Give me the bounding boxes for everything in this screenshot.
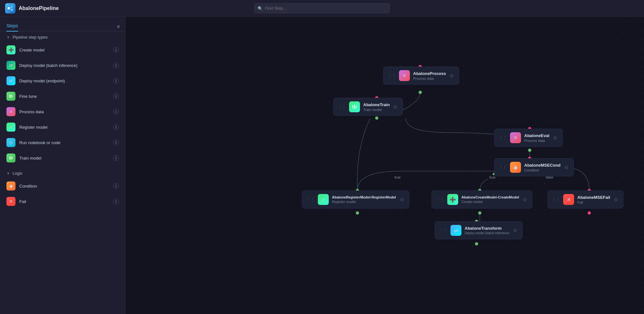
fine-tune-info[interactable]: ℹ — [113, 93, 119, 99]
drag-handle-eval: ⋮⋮ — [499, 135, 507, 140]
train-model-label: Train model — [19, 156, 113, 161]
node-menu-create[interactable]: ⊙ — [522, 196, 527, 203]
svg-point-22 — [478, 211, 481, 215]
step-item-fine-tune[interactable]: Fine tune ℹ — [0, 88, 125, 104]
section-logic-title[interactable]: ▼ Logic — [0, 168, 125, 178]
train-model-info[interactable]: ℹ — [113, 155, 119, 161]
sidebar: Steps × ▼ Pipeline step types ➕ Create m… — [0, 17, 126, 314]
node-menu-process[interactable]: ⊙ — [449, 72, 454, 79]
node-type-fail: Fail — [577, 200, 610, 204]
node-name-create: AbaloneCreateModel-CreateModel — [461, 195, 519, 199]
node-abalone-eval[interactable]: ⋮⋮ ≡ AbaloneEval Process data ⊙ — [494, 129, 563, 147]
pipeline-canvas[interactable]: true true false ⋮⋮ ≡ AbaloneProcess Proc… — [126, 17, 644, 314]
node-type-condition: Condition — [524, 168, 561, 172]
run-notebook-label: Run notebook or code — [19, 140, 113, 145]
create-model-info[interactable]: ℹ — [113, 47, 119, 53]
node-name-condition: AbaloneMSECond — [524, 163, 561, 168]
step-item-deploy-endpoint[interactable]: ⇄ Deploy model (endpoint) ℹ — [0, 73, 125, 88]
fail-label: Fail — [19, 199, 113, 204]
tab-steps[interactable]: Steps — [6, 22, 18, 32]
create-model-label: Create model — [19, 48, 113, 52]
drag-handle-condition: ⋮⋮ — [499, 165, 507, 170]
register-model-label: Register model — [19, 125, 113, 130]
node-abalone-register[interactable]: ⋮⋮ ✓ AbaloneRegisterModel-RegisterModel … — [302, 190, 409, 208]
register-node-icon: ✓ — [318, 194, 329, 205]
section-pipeline-title[interactable]: ▼ Pipeline step types — [0, 32, 125, 42]
condition-label: Condition — [19, 184, 113, 189]
eval-node-icon: ≡ — [510, 132, 521, 143]
node-abalone-msecond[interactable]: ⋮⋮ ◆ AbaloneMSECond Condition ⊙ — [494, 158, 574, 176]
search-input[interactable] — [254, 3, 390, 13]
node-abalone-create[interactable]: ⋮⋮ ➕ AbaloneCreateModel-CreateModel Crea… — [431, 190, 532, 208]
node-type-create: Create model — [461, 200, 519, 204]
step-item-run-notebook[interactable]: ◎ Run notebook or code ℹ — [0, 135, 125, 150]
node-name-fail: AbaloneMSEFail — [577, 195, 610, 200]
condition-node-icon: ◆ — [510, 162, 521, 173]
step-item-train-model[interactable]: Train model ℹ — [0, 150, 125, 166]
condition-icon: ◆ — [6, 181, 15, 190]
main-layout: Steps × ▼ Pipeline step types ➕ Create m… — [0, 17, 644, 314]
app-logo-icon — [5, 3, 15, 14]
run-notebook-info[interactable]: ℹ — [113, 140, 119, 145]
drag-handle-fail: ⋮⋮ — [552, 197, 560, 202]
drag-handle-register: ⋮⋮ — [307, 197, 315, 202]
step-item-deploy-batch[interactable]: ⇄ Deploy model (batch inference) ℹ — [0, 58, 125, 73]
chevron-down-icon: ▼ — [6, 35, 10, 39]
process-data-label: Process data — [19, 109, 113, 114]
node-menu-register[interactable]: ⊙ — [399, 196, 404, 203]
node-menu-eval[interactable]: ⊙ — [553, 134, 558, 141]
section-logic: ▼ Logic ◆ Condition ℹ ✕ Fail ℹ — [0, 168, 125, 209]
section-logic-label: Logic — [13, 171, 23, 176]
step-item-create-model[interactable]: ➕ Create model ℹ — [0, 42, 125, 58]
header: AbalonePipeline 🔍 — [0, 0, 644, 17]
fine-tune-icon — [6, 92, 15, 101]
node-abalone-train[interactable]: ⋮⋮ AbaloneTrain Train model ⊙ — [333, 98, 403, 116]
logo-area: AbalonePipeline — [5, 3, 59, 14]
svg-point-20 — [356, 211, 359, 215]
deploy-batch-info[interactable]: ℹ — [113, 62, 119, 68]
drag-handle-transform: ⋮⋮ — [440, 228, 447, 233]
create-node-icon: ➕ — [447, 194, 458, 205]
node-info-process: AbaloneProcess Process data — [413, 71, 446, 80]
node-name-process: AbaloneProcess — [413, 71, 446, 76]
register-model-info[interactable]: ℹ — [113, 124, 119, 130]
deploy-endpoint-icon: ⇄ — [6, 76, 15, 85]
svg-point-10 — [419, 91, 422, 94]
step-item-register-model[interactable]: ✓ Register model ℹ — [0, 119, 125, 135]
fail-info[interactable]: ℹ — [113, 199, 119, 204]
node-info-fail: AbaloneMSEFail Fail — [577, 195, 610, 204]
node-menu-fail[interactable]: ⊙ — [613, 196, 619, 203]
node-abalone-msefail[interactable]: ⋮⋮ ✕ AbaloneMSEFail Fail ⊙ — [547, 190, 623, 208]
condition-info[interactable]: ℹ — [113, 183, 119, 189]
create-model-icon: ➕ — [6, 45, 15, 54]
node-menu-transform[interactable]: ⊙ — [513, 227, 518, 234]
register-model-icon: ✓ — [6, 123, 15, 132]
run-notebook-icon: ◎ — [6, 138, 15, 147]
svg-point-12 — [375, 116, 378, 120]
svg-point-14 — [528, 149, 531, 152]
svg-point-24 — [588, 211, 591, 215]
search-bar: 🔍 — [254, 3, 390, 13]
step-item-fail[interactable]: ✕ Fail ℹ — [0, 194, 125, 209]
node-abalone-transform[interactable]: ⋮⋮ ⇄ AbaloneTransform Deploy model (batc… — [435, 221, 523, 239]
node-type-register: Register model — [332, 200, 396, 204]
deploy-endpoint-info[interactable]: ℹ — [113, 78, 119, 84]
drag-handle-process: ⋮⋮ — [388, 73, 396, 78]
node-menu-train[interactable]: ⊙ — [393, 104, 398, 110]
transform-node-icon: ⇄ — [450, 225, 461, 236]
fail-node-icon: ✕ — [563, 194, 574, 205]
node-type-transform: Deploy model (batch inference) — [465, 231, 509, 235]
step-item-condition[interactable]: ◆ Condition ℹ — [0, 178, 125, 194]
close-button[interactable]: × — [117, 24, 120, 30]
deploy-batch-icon: ⇄ — [6, 61, 15, 70]
node-name-register: AbaloneRegisterModel-RegisterModel — [332, 195, 396, 199]
node-menu-condition[interactable]: ⊙ — [564, 164, 569, 171]
logic-chevron-icon: ▼ — [6, 171, 10, 175]
step-item-process-data[interactable]: ≡ Process data ℹ — [0, 104, 125, 119]
node-name-eval: AbaloneEval — [524, 133, 549, 138]
process-data-info[interactable]: ℹ — [113, 109, 119, 115]
train-model-icon — [6, 153, 15, 162]
section-pipeline-label: Pipeline step types — [13, 35, 48, 40]
node-abalone-process[interactable]: ⋮⋮ ≡ AbaloneProcess Process data ⊙ — [383, 67, 459, 85]
svg-rect-1 — [11, 6, 13, 8]
